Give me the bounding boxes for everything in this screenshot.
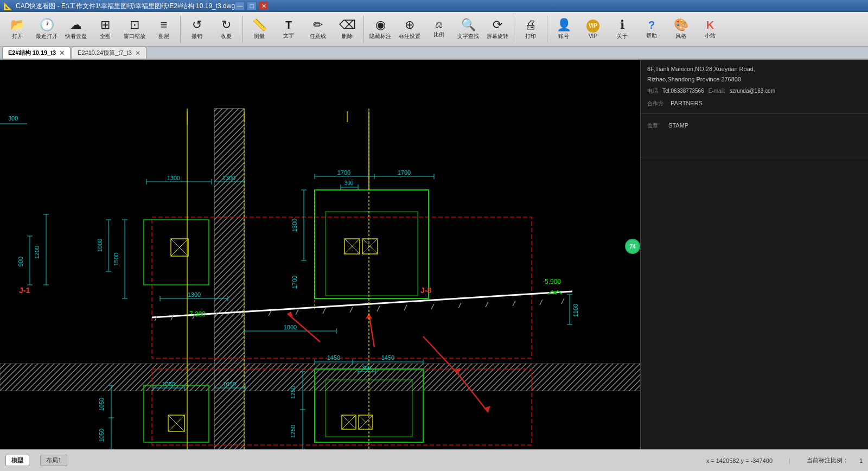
tool-window[interactable]: ⊡ 窗口缩放: [120, 15, 149, 44]
tool-measure[interactable]: 📏 测量: [245, 15, 273, 44]
dim-1050-c: 1050: [98, 398, 105, 411]
recent-icon: 🕐: [40, 18, 54, 32]
dim-1050-b: 1050: [223, 381, 236, 387]
minimize-button[interactable]: —: [235, 2, 245, 10]
partner-label: 合作方: [647, 100, 663, 106]
dim-1050-a: 1050: [162, 381, 175, 387]
toolbar-separator-5: [547, 16, 547, 43]
tool-layer[interactable]: ≡ 图层: [150, 15, 178, 44]
style-icon: 🎨: [674, 18, 688, 32]
tab-e2-budget-close[interactable]: ✕: [135, 50, 141, 56]
cad-drawing: 1300 1300 1700 1700 300 1200 900 1500 10…: [0, 60, 640, 449]
titlebar: 📐 CAD快速看图 - E:\工作文件1\幸福里图纸\幸福里图纸\E2#结构 1…: [0, 0, 868, 12]
tool-about-label: 关于: [617, 33, 628, 40]
tool-style[interactable]: 🎨 风格: [667, 15, 695, 44]
titlebar-title: CAD快速看图 - E:\工作文件1\幸福里图纸\幸福里图纸\E2#结构 10.…: [16, 2, 235, 11]
tool-open[interactable]: 📂 打开: [3, 15, 31, 44]
dim-1500: 1500: [113, 253, 119, 266]
tool-cloud[interactable]: ☁ 快看云盘: [62, 15, 90, 44]
dim-900: 900: [17, 257, 24, 266]
tool-scale[interactable]: ⚖ 比例: [425, 15, 453, 44]
tool-rotate[interactable]: ⟳ 屏幕旋转: [483, 15, 512, 44]
svg-rect-0: [0, 60, 640, 449]
statusbar: 模型 布局1 x = 1420582 y = -347400 | 当前标注比例：…: [0, 449, 868, 471]
tool-rotate-label: 屏幕旋转: [487, 33, 508, 40]
dim-1450-b: 1450: [381, 354, 394, 361]
cad-canvas[interactable]: 1300 1300 1700 1700 300 1200 900 1500 10…: [0, 60, 640, 449]
textsearch-icon: 🔍: [461, 18, 476, 32]
tool-about[interactable]: ℹ 关于: [608, 15, 636, 44]
tab-e2-budget-label: E2#10.24预算_t7_t3: [78, 49, 132, 57]
tool-vip-label: VIP: [589, 33, 597, 39]
tool-scale-label: 比例: [433, 31, 444, 39]
tool-redo[interactable]: ↻ 收夏: [212, 15, 240, 44]
tel-label: 电话: [647, 86, 658, 96]
toolbar-separator-2: [242, 16, 243, 43]
tool-annotate-label: 标注设置: [399, 33, 420, 40]
dim-1250-a: 1250: [290, 386, 296, 399]
tool-fullview-label: 全图: [100, 33, 111, 40]
dim-300-lower: 300: [362, 365, 371, 371]
tel-value: Tel:06338773566: [662, 86, 704, 96]
tool-open-label: 打开: [12, 33, 23, 40]
address-section: 6F,Tianli Mansion,NO.28,Xueyuan Road, Ri…: [641, 60, 868, 114]
elev-5900: -5.900: [542, 278, 561, 285]
layout-tab[interactable]: 布局1: [40, 455, 67, 466]
coordinates: x = 1420582 y = -347400: [706, 457, 773, 464]
dim-1000: 1000: [97, 239, 103, 252]
tab-e2-structure[interactable]: E2#结构 10.19_t3 ✕: [2, 47, 71, 59]
dim-300-top: 300: [344, 180, 354, 186]
station-icon: K: [706, 18, 714, 31]
tool-help[interactable]: ? 帮助: [637, 15, 666, 44]
tool-cloud-label: 快看云盘: [65, 33, 87, 40]
zoom-indicator[interactable]: 74: [625, 239, 640, 254]
tool-print[interactable]: 🖨 打印: [516, 15, 545, 44]
tool-erase[interactable]: ⌫ 删除: [333, 15, 361, 44]
tool-annotate[interactable]: ⊕ 标注设置: [395, 15, 424, 44]
dim-1300-mid: 1300: [188, 291, 201, 298]
tool-textsearch-label: 文字查找: [457, 33, 479, 40]
tool-text[interactable]: T 文字: [275, 15, 303, 44]
text-icon: T: [285, 18, 292, 31]
tab-e2-budget[interactable]: E2#10.24预算_t7_t3 ✕: [72, 47, 146, 59]
rotate-icon: ⟳: [493, 18, 502, 32]
email-value: szrunda@163.com: [730, 86, 775, 96]
app-icon: 📐: [3, 2, 12, 10]
undo-icon: ↺: [192, 18, 202, 32]
model-tab[interactable]: 模型: [5, 455, 29, 466]
maximize-button[interactable]: □: [247, 2, 257, 10]
tool-recent[interactable]: 🕐 最近打开: [33, 15, 61, 44]
right-panel: 6F,Tianli Mansion,NO.28,Xueyuan Road, Ri…: [640, 60, 868, 449]
tool-undo[interactable]: ↺ 撤销: [183, 15, 211, 44]
tab-e2-structure-close[interactable]: ✕: [59, 50, 65, 56]
tool-account[interactable]: 👤 账号: [550, 15, 578, 44]
tool-vip[interactable]: VIP VIP: [579, 15, 607, 44]
tool-window-label: 窗口缩放: [124, 33, 145, 40]
tool-textsearch[interactable]: 🔍 文字查找: [454, 15, 482, 44]
elev-7300: -7.300: [187, 310, 206, 318]
dim-1450-a: 1450: [327, 354, 340, 361]
tool-style-label: 风格: [675, 33, 686, 40]
tool-hide[interactable]: ◉ 隐藏标注: [366, 15, 394, 44]
tool-freeline[interactable]: ✏ 任意线: [304, 15, 332, 44]
tool-hide-label: 隐藏标注: [369, 33, 391, 40]
tool-fullview[interactable]: ⊞ 全图: [91, 15, 119, 44]
tab-e2-structure-label: E2#结构 10.19_t3: [8, 49, 56, 57]
tool-station[interactable]: K 小站: [696, 15, 724, 44]
dim-1800: 1800: [284, 324, 297, 330]
stamp-section: 盖章 STAMP: [641, 114, 868, 157]
dim-1050-d: 1050: [98, 429, 105, 442]
dim-1700-right: 1700: [398, 169, 411, 176]
tool-recent-label: 最近打开: [36, 33, 58, 40]
fullview-icon: ⊞: [100, 18, 110, 32]
svg-rect-5: [214, 109, 244, 449]
erase-icon: ⌫: [339, 18, 356, 32]
help-icon: ?: [648, 18, 655, 31]
tool-undo-label: 撤销: [192, 33, 202, 40]
scale-separator: |: [789, 457, 790, 464]
scale-icon: ⚖: [435, 20, 443, 30]
scale-value: 1: [859, 457, 863, 464]
dim-1700-left: 1700: [337, 169, 350, 176]
close-button[interactable]: ✕: [259, 2, 269, 10]
dim-300-far-left: 300: [8, 115, 18, 122]
